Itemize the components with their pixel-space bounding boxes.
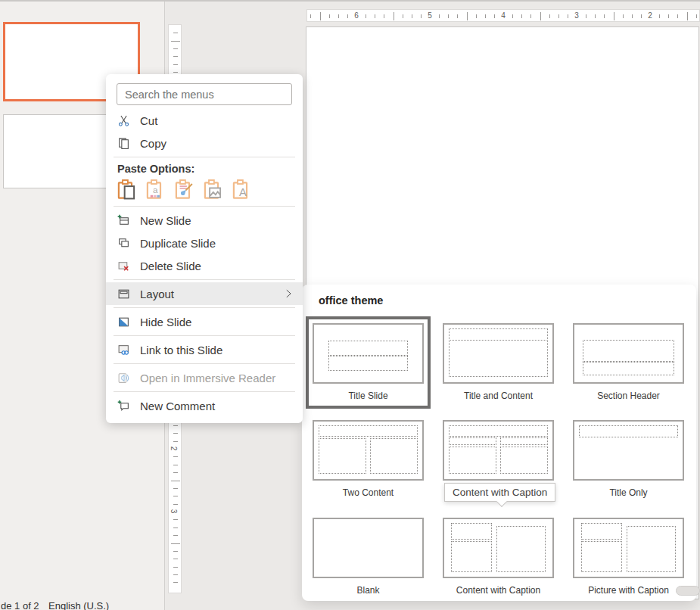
copy-menu-item[interactable]: Copy [106, 132, 303, 154]
ruler-tick [687, 12, 688, 20]
link-slide-icon [117, 344, 131, 356]
ruler-number: 3 [574, 11, 579, 20]
ruler-tick [632, 14, 633, 18]
layout-option-title-slide[interactable]: Title Slide [306, 316, 431, 409]
ruler-tick [568, 14, 568, 18]
layout-option-section-header[interactable]: Section Header [566, 316, 691, 409]
ruler-tick [485, 14, 486, 18]
cut-menu-item[interactable]: Cut [106, 109, 303, 132]
paste-use-destination-theme-icon[interactable]: a [145, 179, 166, 200]
menu-divider [114, 363, 295, 364]
placeholder-outline [319, 438, 367, 474]
ruler-number: 2 [170, 447, 178, 451]
new-comment-menu-item[interactable]: New Comment [106, 394, 303, 417]
menu-item-label: Delete Slide [140, 260, 201, 272]
layout-option-title-only[interactable]: Title Only [566, 413, 691, 506]
ruler-tick [173, 465, 178, 465]
hide-slide-menu-item[interactable]: Hide Slide [106, 310, 303, 333]
ruler-tick [457, 14, 458, 18]
layout-thumbnail [443, 323, 554, 384]
placeholder-outline [370, 438, 418, 474]
layout-option-content-with-caption[interactable]: Content with Caption [436, 511, 561, 603]
ruler-tick [394, 12, 394, 20]
ruler-tick [173, 441, 178, 442]
duplicate-slide-menu-item[interactable]: Duplicate Slide [106, 232, 303, 254]
paste-match-formatting-icon[interactable] [173, 179, 194, 200]
layout-option-blank[interactable]: Blank [306, 511, 431, 603]
placeholder-outline [451, 523, 492, 540]
ruler-tick [366, 14, 366, 18]
layout-label: Content with Caption [443, 585, 554, 596]
ruler-tick [171, 481, 180, 481]
layout-menu-item[interactable]: Layout [106, 282, 303, 305]
layout-option-picture-with-caption[interactable]: Picture with Caption [566, 511, 691, 603]
menu-item-label: Open in Immersive Reader [140, 372, 275, 384]
new-slide-menu-item[interactable]: New Slide [106, 209, 303, 232]
ruler-tick [310, 14, 311, 18]
ruler-tick [173, 472, 178, 473]
ruler-tick [171, 543, 180, 544]
new-slide-icon [117, 214, 131, 227]
ruler-tick [173, 48, 178, 49]
ruler-tick [173, 33, 178, 33]
ruler-tick [595, 14, 596, 18]
ruler-tick [173, 433, 178, 434]
ruler-tick [173, 551, 178, 552]
ruler-tick [173, 535, 178, 536]
placeholder-outline [496, 526, 546, 572]
layout-label: Blank [313, 585, 424, 596]
menu-item-label: Hide Slide [140, 316, 191, 328]
layout-thumbnail [313, 518, 424, 578]
paste-keep-source-formatting-icon[interactable] [116, 179, 137, 200]
layout-thumbnail [573, 420, 684, 481]
placeholder-outline [581, 541, 622, 572]
language-selector[interactable]: English (U.S.) [48, 600, 109, 610]
placeholder-outline [583, 362, 674, 375]
duplicate-slide-icon [117, 237, 131, 250]
ruler-tick [521, 14, 522, 18]
placeholder-outline [500, 437, 549, 445]
ruler-tick [540, 12, 541, 20]
ruler-tick [668, 14, 669, 18]
placeholder-outline [579, 425, 679, 437]
chevron-right-icon [283, 288, 294, 299]
ruler-tick [439, 14, 440, 18]
layout-label: Picture with Caption [573, 585, 684, 596]
placeholder-outline [583, 340, 674, 362]
paste-options-row: aA [106, 176, 303, 204]
paste-options-label: Paste Options: [106, 160, 303, 176]
layout-option-two-content[interactable]: Two Content [306, 413, 431, 506]
ruler-tick [173, 574, 178, 575]
placeholder-outline [319, 425, 418, 436]
placeholder-outline [449, 425, 549, 436]
menu-item-label: Duplicate Slide [140, 237, 216, 250]
search-input[interactable] [117, 83, 292, 105]
menu-item-label: Cut [140, 114, 157, 127]
ruler-tick [604, 14, 605, 18]
ruler-tick [696, 14, 697, 18]
ruler-tick [412, 14, 412, 18]
menu-item-label: Layout [140, 288, 174, 300]
paste-text-only-icon[interactable]: A [231, 179, 252, 200]
ruler-tick [329, 14, 330, 18]
layout-option-title-and-content[interactable]: Title and Content [436, 316, 561, 409]
link-to-this-slide-menu-item[interactable]: Link to this Slide [106, 338, 303, 361]
ruler-tick [530, 14, 531, 18]
menu-search [106, 83, 303, 109]
ruler-tick [586, 14, 586, 18]
ruler-tick [347, 14, 348, 18]
placeholder-outline [449, 437, 497, 445]
placeholder-outline [581, 523, 622, 540]
ruler-tick [320, 12, 321, 20]
menu-divider [114, 335, 295, 336]
ruler-tick [173, 72, 178, 73]
scrollbar-thumb[interactable] [676, 586, 700, 596]
menu-item-label: New Comment [140, 400, 215, 412]
menu-item-label: Copy [140, 137, 166, 150]
layout-thumbnail [313, 323, 424, 384]
delete-slide-menu-item[interactable]: Delete Slide [106, 254, 303, 277]
layout-label: Section Header [573, 391, 684, 402]
paste-picture-icon[interactable] [202, 179, 223, 200]
context-menu: CutCopyPaste Options:aANew SlideDuplicat… [106, 74, 303, 423]
layout-label: Title Slide [313, 391, 424, 402]
